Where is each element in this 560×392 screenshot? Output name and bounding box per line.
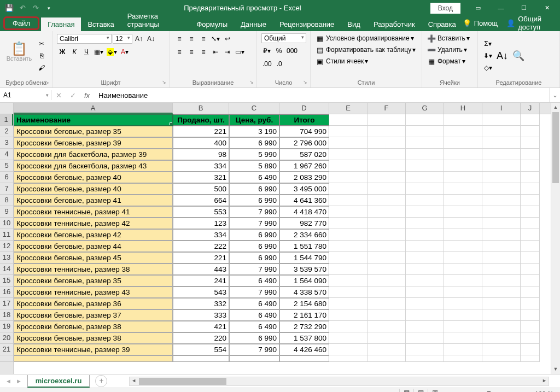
- cell[interactable]: [482, 218, 521, 229]
- scroll-down-icon[interactable]: ▼: [551, 365, 560, 374]
- cell[interactable]: [482, 160, 521, 172]
- cell[interactable]: [444, 309, 482, 321]
- cell[interactable]: 4 418 470: [279, 206, 329, 218]
- save-icon[interactable]: 💾: [3, 2, 15, 14]
- row-header[interactable]: 9: [0, 206, 13, 218]
- cell[interactable]: [329, 332, 368, 344]
- cell[interactable]: 5 890: [229, 160, 279, 172]
- font-color-icon[interactable]: A▾: [119, 46, 130, 57]
- tab-view[interactable]: Вид: [341, 17, 367, 31]
- cell[interactable]: 587 020: [279, 149, 329, 160]
- row-header[interactable]: 1: [0, 114, 13, 126]
- cell[interactable]: [406, 344, 444, 355]
- bold-button[interactable]: Ж: [57, 46, 68, 57]
- cell[interactable]: [368, 241, 406, 252]
- cell[interactable]: Продано, шт.: [173, 114, 229, 126]
- cell[interactable]: Кроссовки для баскетбола, размер 43: [14, 160, 173, 172]
- cell[interactable]: [444, 275, 482, 286]
- clear-icon[interactable]: ◇▾: [482, 62, 493, 73]
- cell[interactable]: [406, 264, 444, 275]
- cell[interactable]: Кроссовки теннисные, размер 43: [14, 286, 173, 298]
- percent-icon[interactable]: %: [273, 45, 284, 56]
- cell[interactable]: [329, 286, 368, 298]
- number-format-select[interactable]: Общий: [261, 33, 306, 43]
- cell[interactable]: [444, 160, 482, 172]
- row-header[interactable]: 19: [0, 321, 13, 332]
- increase-decimal-icon[interactable]: .00: [261, 58, 273, 69]
- cell[interactable]: [406, 286, 444, 298]
- cell[interactable]: [368, 137, 406, 149]
- cell[interactable]: [329, 126, 368, 137]
- underline-button[interactable]: Ч: [81, 46, 92, 57]
- cell[interactable]: [406, 309, 444, 321]
- cell[interactable]: [482, 126, 521, 137]
- cell[interactable]: [329, 229, 368, 241]
- cell[interactable]: 221: [173, 252, 229, 264]
- format-painter-icon[interactable]: 🖌: [36, 62, 47, 73]
- zoom-in-icon[interactable]: +: [526, 390, 529, 393]
- cell[interactable]: Кроссовки беговые, размер 44: [14, 241, 173, 252]
- cell[interactable]: [368, 229, 406, 241]
- row-header[interactable]: 14: [0, 264, 13, 275]
- cell[interactable]: [482, 149, 521, 160]
- cell[interactable]: [521, 241, 540, 252]
- font-launcher-icon[interactable]: ↘: [160, 78, 168, 86]
- tab-review[interactable]: Рецензирование: [273, 17, 341, 31]
- column-header-F[interactable]: F: [368, 103, 406, 114]
- cell[interactable]: [368, 218, 406, 229]
- cell[interactable]: [368, 298, 406, 309]
- row-header[interactable]: 18: [0, 309, 13, 321]
- cell[interactable]: [406, 298, 444, 309]
- row-header[interactable]: 17: [0, 298, 13, 309]
- cell[interactable]: [368, 332, 406, 344]
- cell-styles-button[interactable]: ▣Стили ячеек ▾: [315, 56, 417, 66]
- cell[interactable]: [521, 137, 540, 149]
- cell[interactable]: [368, 183, 406, 195]
- cell[interactable]: [521, 332, 540, 344]
- cell[interactable]: [444, 218, 482, 229]
- cell[interactable]: [368, 160, 406, 172]
- cell[interactable]: [521, 218, 540, 229]
- cancel-formula-icon[interactable]: ✕: [51, 91, 66, 100]
- cell[interactable]: [368, 344, 406, 355]
- expand-formula-icon[interactable]: ⌄: [549, 88, 560, 102]
- cell[interactable]: [329, 344, 368, 355]
- cell[interactable]: 123: [173, 218, 229, 229]
- cell[interactable]: 3 495 000: [279, 183, 329, 195]
- cell[interactable]: [444, 114, 482, 126]
- cell[interactable]: [482, 321, 521, 332]
- formula-input[interactable]: [94, 90, 549, 101]
- cell[interactable]: Кроссовки беговые, размер 38: [14, 332, 173, 344]
- align-middle-icon[interactable]: ≡: [186, 33, 197, 44]
- cell[interactable]: 220: [173, 332, 229, 344]
- cell[interactable]: Кроссовки для баскетбола, размер 39: [14, 149, 173, 160]
- cell[interactable]: [521, 275, 540, 286]
- cell[interactable]: [482, 332, 521, 344]
- hscroll-thumb[interactable]: [139, 378, 226, 385]
- cell[interactable]: [329, 275, 368, 286]
- cell[interactable]: [368, 195, 406, 206]
- cell[interactable]: [329, 149, 368, 160]
- cell[interactable]: [444, 172, 482, 183]
- cell[interactable]: [444, 149, 482, 160]
- merge-icon[interactable]: ▭▾: [234, 46, 246, 57]
- cell[interactable]: 222: [173, 241, 229, 252]
- column-header-J[interactable]: J: [521, 103, 540, 114]
- cell[interactable]: 6 490: [229, 298, 279, 309]
- cell[interactable]: 98: [173, 149, 229, 160]
- cell[interactable]: [482, 275, 521, 286]
- cell[interactable]: 6 990: [229, 252, 279, 264]
- normal-view-icon[interactable]: ▦: [399, 389, 413, 393]
- paste-button[interactable]: 📋 Вставить: [4, 33, 34, 72]
- fill-color-icon[interactable]: ⬙▾: [106, 46, 118, 57]
- redo-icon[interactable]: ↷: [30, 2, 42, 14]
- cell[interactable]: [521, 229, 540, 241]
- clipboard-launcher-icon[interactable]: ↘: [43, 78, 51, 86]
- cell[interactable]: 421: [173, 321, 229, 332]
- cell[interactable]: [521, 344, 540, 355]
- cell[interactable]: [521, 286, 540, 298]
- italic-button[interactable]: К: [69, 46, 80, 57]
- cell[interactable]: [368, 126, 406, 137]
- cell[interactable]: [368, 309, 406, 321]
- cell[interactable]: [329, 252, 368, 264]
